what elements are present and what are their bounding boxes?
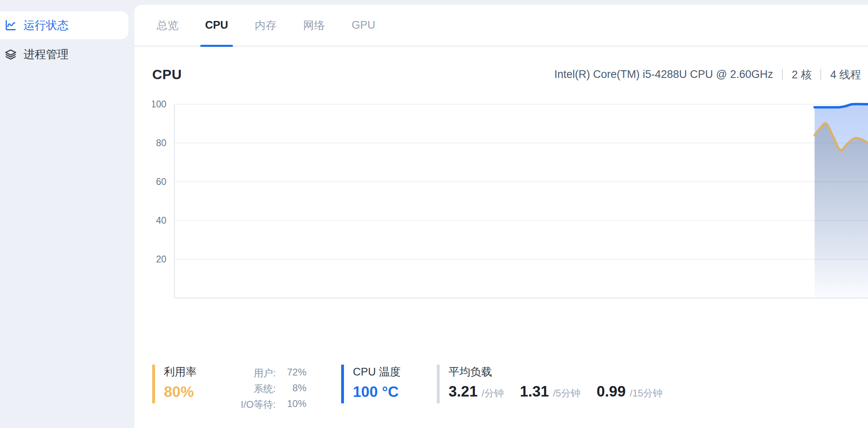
breakdown-label: 系统:: [241, 382, 276, 395]
cpu-model-info: Intel(R) Core(TM) i5-4288U CPU @ 2.60GHz…: [554, 67, 861, 82]
load-15min: 0.99 /15分钟: [597, 383, 663, 400]
sidebar-item-label: 运行状态: [23, 18, 69, 33]
svg-text:80: 80: [156, 138, 166, 148]
line-chart-icon: [4, 19, 17, 32]
sidebar: 运行状态 进程管理: [0, 0, 134, 428]
cpu-cores-text: 2 核: [792, 67, 812, 82]
page-title: CPU: [152, 67, 182, 82]
divider: [820, 69, 821, 80]
cpu-threads-text: 4 线程: [830, 67, 861, 82]
stat-utilization: 利用率 80% 用户: 72% 系统: 8% I/O等待: 10%: [152, 365, 306, 411]
active-tab-indicator: [200, 45, 233, 47]
breakdown-value: 10%: [276, 398, 306, 411]
cpu-chart-container: 20406080100: [152, 95, 868, 311]
load-1min: 3.21 /分钟: [449, 383, 504, 400]
sidebar-item-label: 进程管理: [23, 47, 69, 62]
load-values: 3.21 /分钟 1.31 /5分钟 0.99 /15分钟: [449, 383, 663, 400]
breakdown-label: I/O等待:: [241, 398, 276, 411]
load-value: 1.31: [520, 383, 549, 400]
load-accent-bar: [437, 365, 440, 403]
tab-memory[interactable]: 内存: [255, 4, 277, 46]
stat-temperature: CPU 温度 100 °C: [341, 365, 409, 411]
temperature-accent-bar: [341, 365, 344, 403]
utilization-breakdown: 用户: 72% 系统: 8% I/O等待: 10%: [241, 365, 306, 411]
load-5min: 1.31 /5分钟: [520, 383, 581, 400]
svg-text:20: 20: [156, 254, 166, 264]
utilization-accent-bar: [152, 365, 155, 403]
sidebar-item-process-management[interactable]: 进程管理: [0, 46, 128, 63]
svg-text:100: 100: [152, 99, 166, 109]
tab-network[interactable]: 网络: [303, 4, 325, 46]
temperature-value: 100 °C: [353, 383, 401, 401]
load-label: 平均负载: [449, 365, 663, 378]
load-unit: /15分钟: [630, 387, 663, 400]
stats-row: 利用率 80% 用户: 72% 系统: 8% I/O等待: 10% CPU 温度…: [134, 365, 868, 411]
main-panel: 总览 CPU 内存 网络 GPU CPU Intel(R) Core(TM) i…: [134, 5, 868, 428]
svg-text:60: 60: [156, 176, 166, 187]
breakdown-value: 72%: [276, 367, 306, 380]
load-unit: /5分钟: [553, 387, 581, 400]
cpu-model-text: Intel(R) Core(TM) i5-4288U CPU @ 2.60GHz: [554, 68, 773, 81]
temperature-label: CPU 温度: [353, 365, 401, 378]
utilization-label: 利用率: [164, 365, 197, 378]
breakdown-value: 8%: [276, 382, 306, 395]
tab-cpu[interactable]: CPU: [205, 4, 228, 46]
load-unit: /分钟: [482, 387, 504, 400]
stat-load-average: 平均负载 3.21 /分钟 1.31 /5分钟 0.99 /15分钟: [437, 365, 663, 411]
divider: [782, 69, 783, 80]
utilization-value: 80%: [164, 383, 197, 401]
svg-text:40: 40: [156, 215, 166, 226]
tab-overview[interactable]: 总览: [157, 4, 178, 46]
layers-icon: [4, 48, 17, 61]
tab-bar: 总览 CPU 内存 网络 GPU: [134, 5, 868, 46]
tab-gpu[interactable]: GPU: [352, 4, 375, 46]
breakdown-label: 用户:: [241, 367, 276, 380]
load-value: 0.99: [597, 383, 626, 400]
cpu-usage-chart: 20406080100: [152, 95, 868, 309]
section-header: CPU Intel(R) Core(TM) i5-4288U CPU @ 2.6…: [134, 67, 868, 82]
sidebar-item-running-status[interactable]: 运行状态: [0, 11, 128, 39]
load-value: 3.21: [449, 383, 478, 400]
